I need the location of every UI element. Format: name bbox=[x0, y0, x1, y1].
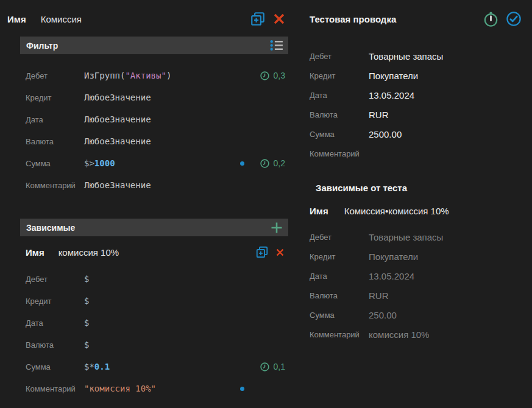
clock-icon bbox=[260, 362, 270, 372]
field-label: Кредит bbox=[26, 93, 84, 102]
duplicate-button[interactable] bbox=[250, 11, 266, 27]
field-label: Сумма bbox=[310, 311, 369, 320]
field-label: Кредит bbox=[310, 71, 369, 80]
rule-name-value[interactable]: Комиссия bbox=[41, 14, 82, 24]
field-row-comment: Комментарий ЛюбоеЗначение bbox=[26, 174, 285, 196]
field-label: Дата bbox=[26, 318, 84, 328]
field-row-currency: Валюта RUR bbox=[310, 105, 522, 124]
field-row-date: Дата ЛюбоеЗначение bbox=[26, 108, 285, 130]
field-value-expression[interactable]: ИзГрупп("Активы") bbox=[84, 71, 171, 80]
field-value: комиссия 10% bbox=[369, 329, 429, 340]
name-field-label: Имя bbox=[7, 14, 26, 24]
field-label: Дата bbox=[26, 115, 84, 124]
blue-dot-indicator bbox=[240, 161, 244, 166]
field-value-expression[interactable]: ЛюбоеЗначение bbox=[84, 180, 151, 190]
field-value: Товарные запасы bbox=[369, 232, 443, 242]
field-value-expression[interactable]: $>1000 bbox=[84, 158, 115, 168]
field-row-currency: Валюта RUR bbox=[310, 286, 522, 305]
field-value-expression[interactable]: $ bbox=[84, 296, 89, 306]
timer-value: 0,2 bbox=[274, 158, 285, 168]
check-circle-icon bbox=[506, 11, 522, 27]
field-value-expression[interactable]: ЛюбоеЗначение bbox=[84, 136, 151, 146]
test-dependent-fields: Дебет Товарные запасы Кредит Покупатели … bbox=[310, 227, 522, 344]
field-value: Товарные запасы bbox=[369, 51, 443, 62]
delete-dependent-button[interactable] bbox=[275, 247, 285, 258]
field-label: Сумма bbox=[310, 130, 369, 139]
field-row-amount: Сумма $*0.1 0,1 bbox=[26, 356, 285, 378]
copy-plus-icon bbox=[255, 245, 269, 259]
field-row-comment: Комментарий bbox=[310, 144, 522, 163]
field-label: Валюта bbox=[310, 291, 369, 300]
field-value-expression[interactable]: ЛюбоеЗначение bbox=[84, 93, 151, 102]
field-label: Дебет bbox=[26, 71, 84, 80]
timer-badge: 0,2 bbox=[260, 158, 285, 169]
clock-icon bbox=[260, 71, 270, 81]
field-label: Дебет bbox=[310, 52, 369, 61]
dependents-section-title: Зависимые bbox=[26, 223, 75, 233]
field-row-credit: Кредит ЛюбоеЗначение bbox=[26, 86, 285, 108]
field-row-debit: Дебет Товарные запасы bbox=[310, 227, 522, 247]
field-label: Кредит bbox=[26, 297, 84, 306]
field-label: Валюта bbox=[310, 110, 369, 119]
status-ok-button[interactable] bbox=[506, 11, 522, 27]
field-value-expression[interactable]: ЛюбоеЗначение bbox=[84, 114, 151, 124]
plus-icon bbox=[269, 220, 284, 235]
field-label: Дебет bbox=[310, 233, 369, 242]
field-value-expression[interactable]: $*0.1 bbox=[84, 362, 110, 371]
filter-section-title: Фильтр bbox=[26, 41, 58, 51]
field-label: Сумма bbox=[26, 159, 84, 168]
field-value-expression[interactable]: $ bbox=[84, 340, 89, 350]
field-row-comment: Комментарий "комиссия 10%" bbox=[26, 378, 285, 399]
field-row-date: Дата 13.05.2024 bbox=[310, 266, 522, 286]
test-entry-title: Тестовая проводка bbox=[310, 14, 396, 24]
field-label: Дата bbox=[310, 91, 369, 100]
field-label: Валюта bbox=[26, 340, 84, 350]
field-row-debit: Дебет $ bbox=[26, 268, 285, 290]
dependent-fields: Дебет $ Кредит $ Дата $ Валюта $ Сумма $… bbox=[26, 268, 285, 399]
filter-menu-button[interactable] bbox=[269, 38, 284, 53]
dependents-section-bar: Зависимые bbox=[20, 219, 288, 236]
timer-value: 0,3 bbox=[274, 71, 285, 80]
field-row-debit: Дебет Товарные запасы bbox=[310, 46, 522, 66]
field-value: RUR bbox=[369, 110, 389, 120]
run-timer-button[interactable] bbox=[483, 11, 499, 27]
test-dependents-title: Зависимые от теста bbox=[316, 183, 532, 193]
field-value-expression[interactable]: $ bbox=[84, 318, 89, 328]
clock-icon bbox=[260, 158, 270, 169]
field-row-currency: Валюта ЛюбоеЗначение bbox=[26, 130, 285, 152]
duplicate-dependent-button[interactable] bbox=[255, 245, 269, 259]
rule-header: Имя Комиссия bbox=[7, 10, 286, 28]
field-label: Комментарий bbox=[310, 149, 369, 158]
close-x-icon bbox=[272, 12, 286, 26]
field-value: Покупатели bbox=[369, 251, 418, 262]
delete-button[interactable] bbox=[272, 12, 286, 26]
add-dependent-button[interactable] bbox=[269, 220, 284, 235]
field-row-date: Дата 13.05.2024 bbox=[310, 85, 522, 105]
field-label: Валюта bbox=[26, 137, 84, 146]
field-label: Кредит bbox=[310, 252, 369, 261]
field-row-date: Дата $ bbox=[26, 312, 285, 334]
field-row-credit: Кредит Покупатели bbox=[310, 66, 522, 85]
dependent-name-value[interactable]: комиссия 10% bbox=[59, 247, 119, 258]
field-label: Комментарий bbox=[310, 330, 369, 339]
close-x-icon bbox=[275, 247, 285, 258]
field-row-amount: Сумма 250.00 bbox=[310, 305, 522, 325]
timer-value: 0,1 bbox=[274, 362, 285, 371]
field-value: 13.05.2024 bbox=[369, 90, 414, 100]
rule-panel: Имя Комиссия Фильтр bbox=[0, 0, 299, 399]
copy-plus-icon bbox=[250, 11, 266, 27]
field-label: Комментарий bbox=[26, 384, 84, 393]
field-value-expression[interactable]: $ bbox=[84, 274, 89, 284]
blue-dot-indicator bbox=[240, 387, 244, 391]
test-entry-fields: Дебет Товарные запасы Кредит Покупатели … bbox=[310, 46, 522, 163]
field-value-expression[interactable]: "комиссия 10%" bbox=[84, 384, 156, 393]
field-label: Комментарий bbox=[26, 181, 84, 190]
test-dependent-name-value: Комиссия•комиссия 10% bbox=[344, 206, 449, 216]
field-value: Покупатели bbox=[369, 71, 418, 81]
field-row-amount: Сумма $>1000 0,2 bbox=[26, 152, 285, 174]
timer-badge: 0,1 bbox=[260, 362, 285, 372]
test-entry-header: Тестовая проводка bbox=[310, 10, 522, 28]
field-value: RUR bbox=[369, 290, 389, 301]
field-label: Дата bbox=[310, 272, 369, 281]
field-value: 13.05.2024 bbox=[369, 271, 414, 281]
